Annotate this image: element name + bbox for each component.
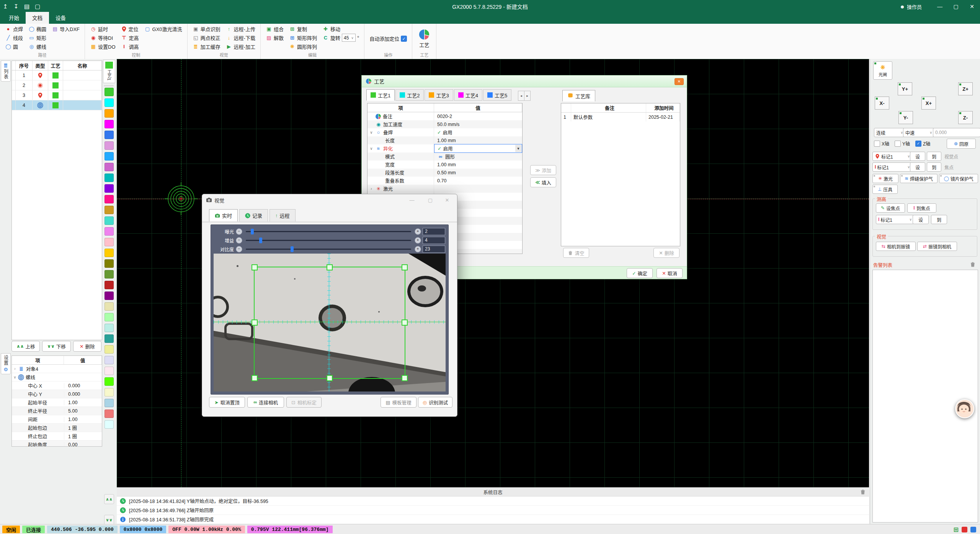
color-swatch[interactable] <box>105 420 114 429</box>
param-row[interactable]: › ✳激光 <box>368 185 522 193</box>
close-button[interactable]: ✕ <box>964 0 980 13</box>
tab-remote[interactable]: ↑远程 <box>270 209 296 221</box>
property-row[interactable]: 中心 X 0.000 <box>12 382 102 390</box>
jog-y-minus[interactable]: Y- <box>898 111 913 124</box>
property-row[interactable]: 起始半径 1.00 <box>12 398 102 407</box>
exposure-slider[interactable] <box>246 231 411 232</box>
color-swatch[interactable] <box>105 109 114 118</box>
jog-x-minus[interactable]: X- <box>875 97 889 110</box>
ribbon-item-two-point-correction[interactable]: ◱ 两点校正 <box>190 33 223 42</box>
ribbon-item-adjust-height[interactable]: I 调高 <box>118 42 142 51</box>
color-swatch[interactable] <box>105 367 114 375</box>
ribbon-item-copy[interactable]: ⊞ 复制 <box>286 25 320 33</box>
color-swatch[interactable] <box>105 259 114 268</box>
mark-focus-goto-button[interactable]: 到 <box>927 162 941 172</box>
add-to-library-button[interactable]: ≫添加 <box>530 165 556 175</box>
ok-button[interactable]: ✓确定 <box>627 268 653 278</box>
ribbon-item-set-do[interactable]: ▦ 设置DO <box>87 42 118 51</box>
active-process-tab[interactable]: 工艺1 <box>103 60 115 83</box>
ribbon-item-circle-array[interactable]: ❋ 圆形阵列 <box>286 42 320 51</box>
ribbon-item-delay[interactable]: ◷ 延时 <box>87 25 118 33</box>
auto-add-locate-toggle[interactable]: 自动添加定位 ✓ <box>367 34 410 43</box>
color-swatch[interactable] <box>105 377 114 386</box>
process-color-chip[interactable] <box>52 92 59 98</box>
color-swatch[interactable] <box>105 334 114 343</box>
connect-camera-button[interactable]: ∞连接相机 <box>247 397 284 408</box>
mark-vision-set-button[interactable]: 设 <box>910 152 925 161</box>
color-swatch[interactable] <box>105 324 114 332</box>
weld-gas-button[interactable]: ≋焊缝保护气 <box>900 174 938 183</box>
minimize-button[interactable]: — <box>932 0 948 13</box>
assistant-avatar[interactable] <box>955 399 974 418</box>
color-swatch[interactable] <box>105 216 114 225</box>
tab-scroll-right[interactable]: ▸ <box>524 91 531 101</box>
property-row[interactable]: 间距 1.00 <box>12 415 102 424</box>
object-row[interactable]: 2 <box>12 80 102 90</box>
spiral-object[interactable] <box>164 182 198 216</box>
property-row[interactable]: 终止包边 1 圈 <box>12 432 102 441</box>
laser-toggle-button[interactable]: ✳激光 <box>872 174 898 183</box>
scroll-down-button[interactable]: ∨∨ <box>104 515 114 525</box>
param-row[interactable]: 长度 1.00 mm <box>368 136 522 144</box>
menu-tab-document[interactable]: 文档 <box>26 12 49 24</box>
ribbon-item-single-point-recognition[interactable]: ▣ 单点识别 <box>190 25 223 33</box>
color-swatch[interactable] <box>105 131 114 139</box>
color-swatch[interactable] <box>105 249 114 257</box>
ribbon-item-wait-di[interactable]: ◉ 等待DI <box>87 33 118 42</box>
fill-from-library-button[interactable]: ≪填入 <box>530 177 556 187</box>
ribbon-item-group[interactable]: ▣ 组合 <box>263 25 286 33</box>
height-set-button[interactable]: 设 <box>913 215 929 224</box>
jog-z-minus[interactable]: Z- <box>958 111 973 124</box>
template-manage-button[interactable]: ▤模板管理 <box>381 397 416 408</box>
red-status-icon[interactable] <box>962 527 967 532</box>
tab-object-list[interactable]: ≣ 列表 <box>1 61 11 82</box>
minus-button[interactable]: − <box>236 237 242 244</box>
process-color-chip[interactable] <box>52 72 59 79</box>
resize-handle[interactable] <box>252 264 258 270</box>
scroll-up-button[interactable]: ∧∧ <box>104 494 114 504</box>
param-row[interactable]: ∨ ≈异化 ✓启用 ▼ <box>368 144 522 152</box>
color-swatch[interactable] <box>105 206 114 214</box>
tab-live[interactable]: 实时 <box>209 209 238 221</box>
maximize-button[interactable]: ▢ <box>948 0 964 13</box>
process-tab-5[interactable]: 工艺5 <box>483 89 511 101</box>
minus-button[interactable]: − <box>236 246 242 252</box>
home-button[interactable]: ⊕回原 <box>947 139 976 149</box>
axis-z-checkbox[interactable]: ✓Z轴 <box>915 140 930 147</box>
resize-handle[interactable] <box>252 319 258 326</box>
color-swatch[interactable] <box>105 292 114 300</box>
resize-handle[interactable] <box>402 264 408 270</box>
color-swatch[interactable] <box>105 98 114 107</box>
camera-to-galvo-button[interactable]: ⇆相机到振镜 <box>876 242 916 251</box>
color-swatch[interactable] <box>105 120 114 128</box>
axis-y-checkbox[interactable]: Y轴 <box>895 140 910 147</box>
param-row[interactable]: 模式 ∞圆形 <box>368 152 522 161</box>
cancel-button[interactable]: ✕取消 <box>657 268 683 278</box>
blue-status-icon[interactable] <box>970 527 976 532</box>
color-swatch[interactable] <box>105 88 114 96</box>
library-row[interactable]: 1默认参数2025-02-21 <box>561 113 680 121</box>
alarm-list[interactable] <box>872 270 978 523</box>
import-icon[interactable]: ↧ <box>11 3 21 10</box>
color-swatch[interactable] <box>105 174 114 182</box>
jog-z-plus[interactable]: Z+ <box>958 82 973 95</box>
clear-log-icon[interactable] <box>860 489 866 495</box>
grid-status-icon[interactable]: ⊞ <box>954 526 959 533</box>
color-swatch[interactable] <box>105 141 114 150</box>
camera-live-image[interactable] <box>214 254 446 391</box>
move-up-button[interactable]: ∧∧上移 <box>11 341 40 352</box>
color-swatch[interactable] <box>105 345 114 354</box>
dialog-close-button[interactable]: ✕ <box>675 78 684 85</box>
move-speed-select[interactable]: 中速∨ <box>903 128 934 137</box>
color-swatch[interactable] <box>105 163 114 171</box>
height-goto-button[interactable]: 到 <box>931 215 947 224</box>
ribbon-item-rect-array[interactable]: ⊞ 矩形阵列 <box>286 33 320 42</box>
ribbon-item-ungroup[interactable]: ▨ 解散 <box>263 33 286 42</box>
color-swatch[interactable] <box>105 302 114 311</box>
process-tab-1[interactable]: 工艺1 <box>366 89 395 101</box>
move-down-button[interactable]: ∨∨下移 <box>42 341 70 352</box>
ribbon-item-remote-upload[interactable]: ↑ 远程-上传 <box>223 25 258 33</box>
color-swatch[interactable] <box>105 281 114 289</box>
height-mark-select[interactable]: I标记1∨ <box>876 215 914 224</box>
ribbon-item-move[interactable]: ✚ 移动 <box>320 25 362 33</box>
